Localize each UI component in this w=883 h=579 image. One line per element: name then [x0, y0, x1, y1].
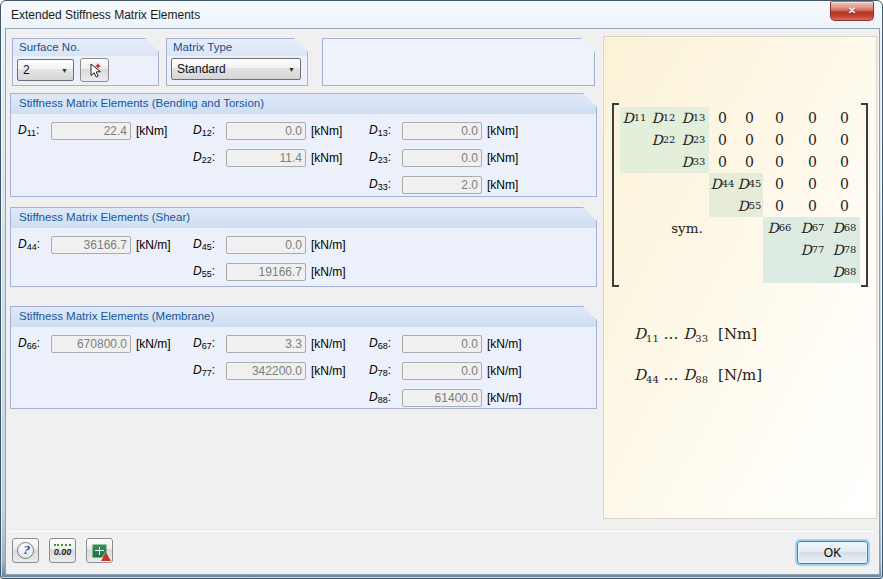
matrix-cell	[736, 261, 763, 283]
matrix-cell: D78	[829, 239, 860, 261]
window-title: Extended Stiffness Matrix Elements	[11, 8, 200, 22]
matrix-cell	[620, 239, 649, 261]
matrix-cell: D11	[620, 107, 649, 129]
field-unit-d77: [kN/m]	[306, 364, 346, 378]
surface-no-value: 2	[23, 63, 30, 77]
field-input-d66: 670800.0	[51, 335, 131, 353]
field-unit-d78: [kN/m]	[482, 364, 522, 378]
extended-stiffness-dialog: Extended Stiffness Matrix Elements ✕ Sur…	[0, 0, 883, 579]
field-unit-d33: [kNm]	[482, 178, 518, 192]
matrix-cell: 0	[796, 107, 829, 129]
matrix-cell	[620, 129, 649, 151]
matrix-cell	[649, 195, 678, 217]
matrix-cell: D45	[736, 173, 763, 195]
matrix-cell	[620, 217, 649, 239]
matrix-cell: D67	[796, 217, 829, 239]
units-icon: 0.00	[54, 544, 72, 557]
surface-no-select[interactable]: 2 ▼	[17, 59, 74, 81]
field-unit-d11: [kNm]	[131, 124, 167, 138]
field-unit-d12: [kNm]	[306, 124, 342, 138]
matrix-cell: D55	[736, 195, 763, 217]
section-title-shear: Stiffness Matrix Elements (Shear)	[11, 208, 596, 228]
matrix-cell	[736, 239, 763, 261]
matrix-cell	[709, 261, 736, 283]
matrix-cell: 0	[763, 107, 796, 129]
field-unit-d23: [kNm]	[482, 151, 518, 165]
field-input-d23: 0.0	[402, 149, 482, 167]
excel-warning-triangle	[101, 552, 111, 561]
group-matrix-type: Matrix Type Standard ▼	[166, 38, 308, 86]
group-surface-no: Surface No. 2 ▼	[12, 38, 159, 86]
field-label-d68: D68:	[369, 336, 402, 351]
field-input-d45: 0.0	[226, 236, 306, 254]
matrix-cell: D88	[829, 261, 860, 283]
ok-button[interactable]: OK	[797, 541, 868, 564]
matrix-cell	[649, 261, 678, 283]
field-unit-d88: [kN/m]	[482, 391, 522, 405]
pick-surface-button[interactable]	[80, 58, 109, 82]
units-button[interactable]: 0.00	[49, 538, 76, 563]
field-input-d12: 0.0	[226, 122, 306, 140]
field-label-d45: D45:	[193, 237, 226, 252]
field-unit-d66: [kN/m]	[131, 337, 171, 351]
pick-arrow-icon	[87, 62, 103, 78]
stiffness-matrix-figure: D11D12D1300000D22D2300000D3300000D44D450…	[612, 103, 868, 287]
export-button[interactable]	[86, 538, 113, 563]
field-input-d78: 0.0	[402, 362, 482, 380]
matrix-cell: 0	[763, 173, 796, 195]
field-input-d67: 3.3	[226, 335, 306, 353]
matrix-cell	[649, 151, 678, 173]
matrix-cell: 0	[829, 129, 860, 151]
matrix-cell: D13	[678, 107, 709, 129]
matrix-cell: 0	[829, 107, 860, 129]
matrix-illustration-panel: D11D12D1300000D22D2300000D3300000D44D450…	[603, 36, 877, 519]
field-input-d33: 2.0	[402, 176, 482, 194]
matrix-cell: D44	[709, 173, 736, 195]
footer-separator	[10, 531, 875, 532]
matrix-type-value: Standard	[177, 62, 226, 76]
field-label-d12: D12:	[193, 123, 226, 138]
legend-item: D11 … D33[Nm]	[634, 325, 762, 344]
chevron-down-icon: ▼	[57, 61, 72, 79]
matrix-cell: 0	[796, 173, 829, 195]
field-label-d44: D44:	[18, 237, 51, 252]
field-label-d77: D77:	[193, 363, 226, 378]
matrix-cell: 0	[763, 129, 796, 151]
field-input-d88: 61400.0	[402, 389, 482, 407]
field-input-d77: 342200.0	[226, 362, 306, 380]
close-button[interactable]: ✕	[830, 1, 874, 21]
matrix-cell	[763, 261, 796, 283]
field-label-d13: D13:	[369, 123, 402, 138]
matrix-cell	[620, 195, 649, 217]
section-bending-torsion: Stiffness Matrix Elements (Bending and T…	[10, 93, 597, 197]
matrix-sym-label: sym.	[657, 220, 717, 236]
matrix-type-label: Matrix Type	[167, 39, 307, 56]
field-label-d88: D88:	[369, 390, 402, 405]
matrix-cell: D23	[678, 129, 709, 151]
section-title-membrane: Stiffness Matrix Elements (Membrane)	[11, 307, 596, 327]
help-button[interactable]: ?	[12, 538, 39, 563]
matrix-type-select[interactable]: Standard ▼	[171, 58, 301, 80]
matrix-cell	[620, 261, 649, 283]
matrix-cell: D33	[678, 151, 709, 173]
matrix-cell: 0	[796, 129, 829, 151]
matrix-cell	[796, 261, 829, 283]
field-label-d22: D22:	[193, 150, 226, 165]
help-icon: ?	[17, 542, 34, 559]
field-input-d13: 0.0	[402, 122, 482, 140]
section-shear: Stiffness Matrix Elements (Shear) D44:36…	[10, 207, 597, 287]
matrix-cell	[678, 173, 709, 195]
matrix-cell: D68	[829, 217, 860, 239]
chevron-down-icon: ▼	[284, 60, 299, 78]
field-label-d55: D55:	[193, 264, 226, 279]
field-unit-d44: [kN/m]	[131, 238, 171, 252]
matrix-cell: D66	[763, 217, 796, 239]
matrix-cell	[649, 173, 678, 195]
matrix-cell: 0	[829, 151, 860, 173]
matrix-cell	[620, 173, 649, 195]
matrix-cell: 0	[736, 107, 763, 129]
field-unit-d22: [kNm]	[306, 151, 342, 165]
field-label-d67: D67:	[193, 336, 226, 351]
field-input-d68: 0.0	[402, 335, 482, 353]
surface-no-label: Surface No.	[13, 39, 158, 56]
